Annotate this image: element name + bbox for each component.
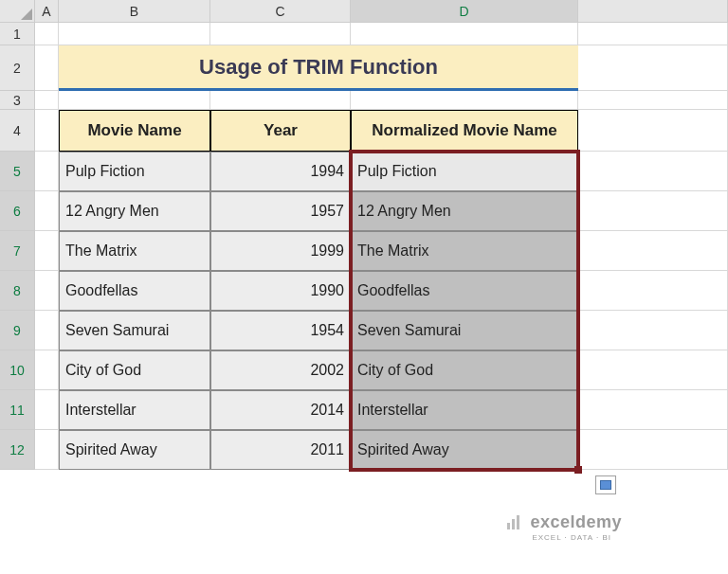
empty-cell[interactable] [35,231,59,271]
empty-cell[interactable] [35,23,59,45]
empty-cell[interactable] [578,390,728,430]
cell-value: 12 Angry Men [357,203,451,220]
column-letter: D [459,4,468,19]
data-cell[interactable]: Goodfellas [59,271,210,311]
data-cell[interactable]: 1994 [210,152,351,191]
table-header[interactable]: Year [210,110,351,152]
column-header-D[interactable]: D [351,0,578,23]
row-header-12[interactable]: 12 [0,430,35,470]
data-cell[interactable]: The Matrix [59,231,210,271]
row-number: 9 [13,323,21,338]
row-header-11[interactable]: 11 [0,390,35,430]
row-header-2[interactable]: 2 [0,45,35,91]
empty-cell[interactable] [578,23,728,45]
empty-cell[interactable] [578,110,728,152]
empty-cell[interactable] [578,231,728,271]
normalized-cell[interactable]: City of God [351,350,578,390]
row-header-9[interactable]: 9 [0,311,35,350]
empty-cell[interactable] [35,152,59,191]
cell-value: Interstellar [357,402,428,419]
empty-cell[interactable] [578,430,728,470]
empty-cell[interactable] [35,110,59,152]
data-cell[interactable]: 1954 [210,311,351,350]
normalized-cell[interactable]: Goodfellas [351,271,578,311]
data-cell[interactable]: Pulp Fiction [59,152,210,191]
column-header-blank[interactable] [578,0,728,23]
table-header[interactable]: Normalized Movie Name [351,110,578,152]
data-cell[interactable]: 1999 [210,231,351,271]
normalized-cell[interactable]: Pulp Fiction [351,152,578,191]
empty-cell[interactable] [578,311,728,350]
table-header[interactable]: Movie Name [59,110,210,152]
empty-cell[interactable] [59,23,210,45]
cell-value: 2002 [310,362,344,379]
empty-cell[interactable] [578,271,728,311]
row-number: 3 [13,93,21,108]
empty-cell[interactable] [210,23,351,45]
row-number: 6 [13,204,21,219]
row-header-5[interactable]: 5 [0,152,35,191]
empty-cell[interactable] [59,91,210,110]
empty-cell[interactable] [578,45,728,91]
data-cell[interactable]: Interstellar [59,390,210,430]
cell-value: 2011 [310,441,344,458]
normalized-cell[interactable]: 12 Angry Men [351,191,578,231]
cell-value: 1957 [310,203,344,220]
row-header-6[interactable]: 6 [0,191,35,231]
header-movie: Movie Name [87,121,181,140]
data-cell[interactable]: 12 Angry Men [59,191,210,231]
row-header-4[interactable]: 4 [0,110,35,152]
data-cell[interactable]: 1957 [210,191,351,231]
empty-cell[interactable] [351,91,578,110]
data-cell[interactable]: Seven Samurai [59,311,210,350]
data-cell[interactable]: 1990 [210,271,351,311]
empty-cell[interactable] [35,350,59,390]
normalized-cell[interactable]: The Matrix [351,231,578,271]
row-header-7[interactable]: 7 [0,231,35,271]
cell-value: 1990 [310,282,344,299]
row-number: 8 [13,283,21,298]
data-cell[interactable]: Spirited Away [59,430,210,470]
column-header-B[interactable]: B [59,0,210,23]
column-header-A[interactable]: A [35,0,59,23]
auto-fill-options-button[interactable] [595,475,616,494]
data-cell[interactable]: City of God [59,350,210,390]
empty-cell[interactable] [578,350,728,390]
row-header-8[interactable]: 8 [0,271,35,311]
empty-cell[interactable] [35,430,59,470]
row-header-10[interactable]: 10 [0,350,35,390]
corner-select-all[interactable] [0,0,35,23]
column-header-C[interactable]: C [210,0,351,23]
row-header-1[interactable]: 1 [0,23,35,45]
data-cell[interactable]: 2014 [210,390,351,430]
cell-value: 1994 [310,163,344,180]
cell-value: Pulp Fiction [65,163,145,180]
cell-value: Seven Samurai [357,322,461,339]
empty-cell[interactable] [351,23,578,45]
row-header-3[interactable]: 3 [0,91,35,110]
empty-cell[interactable] [35,390,59,430]
header-year: Year [264,121,298,140]
data-cell[interactable]: 2002 [210,350,351,390]
empty-cell[interactable] [578,152,728,191]
row-number: 11 [9,403,25,418]
empty-cell[interactable] [35,91,59,110]
normalized-cell[interactable]: Seven Samurai [351,311,578,350]
svg-rect-0 [507,523,510,529]
cell-value: Spirited Away [357,441,449,458]
empty-cell[interactable] [578,191,728,231]
normalized-cell[interactable]: Interstellar [351,390,578,430]
empty-cell[interactable] [578,91,728,110]
empty-cell[interactable] [35,45,59,91]
fill-handle[interactable] [574,466,582,474]
empty-cell[interactable] [35,311,59,350]
data-cell[interactable]: 2011 [210,430,351,470]
empty-cell[interactable] [35,191,59,231]
empty-cell[interactable] [210,91,351,110]
empty-cell[interactable] [35,271,59,311]
cell-value: Seven Samurai [65,322,169,339]
watermark-sub: EXCEL · DATA · BI [532,533,611,542]
normalized-cell[interactable]: Spirited Away [351,430,578,470]
cell-value: City of God [357,362,433,379]
cell-value: Interstellar [65,402,136,419]
